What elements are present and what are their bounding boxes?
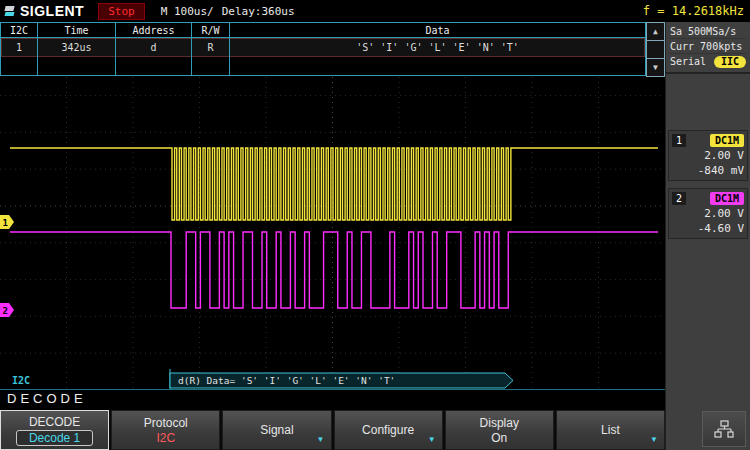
bus-decoded-text: d(R) Data= 'S' 'I' 'G' 'L' 'E' 'N' 'T'	[178, 375, 395, 386]
menu-value: Decode 1	[16, 430, 93, 446]
bus-name-label: I2C	[12, 375, 30, 386]
page-title: DECODE	[7, 391, 87, 406]
channel-1-position-marker-label: 1	[3, 218, 8, 228]
channel-1-number: 1	[672, 134, 686, 147]
brand-logo: SIGLENT	[20, 3, 84, 19]
memory-depth-readout: Curr 700kpts	[670, 39, 746, 54]
col-header-address: Address	[116, 23, 192, 37]
channel-2-offset: -4.60 V	[672, 221, 744, 236]
status-sidebar: Sa 500MSa/s Curr 700kpts Serial IIC 1 DC…	[665, 22, 750, 450]
cell-time: 342us	[38, 38, 116, 57]
col-header-time: Time	[38, 23, 116, 37]
cell-address: d	[116, 38, 192, 57]
menu-label: DECODE	[29, 414, 80, 430]
dropdown-arrow-icon: ▼	[317, 436, 325, 444]
table-row-empty	[1, 57, 645, 75]
menu-value: I2C	[156, 431, 175, 446]
ch1-scl-trace	[10, 148, 658, 220]
scroll-down-button[interactable]: ▼	[646, 58, 665, 77]
acquisition-status-badge[interactable]: Stop	[98, 3, 145, 20]
menu-label: Configure	[362, 422, 414, 438]
frequency-readout: f = 14.2618kHz	[643, 4, 744, 18]
delay-readout: Delay:360us	[222, 5, 295, 18]
serial-type-badge: IIC	[714, 56, 746, 68]
menu-button-list[interactable]: List ▼	[556, 410, 665, 450]
menu-label: Signal	[260, 422, 293, 438]
channel-1-coupling-badge: DC1M	[710, 134, 744, 147]
timebase-readout: M 100us/	[161, 5, 214, 18]
menu-label: List	[601, 422, 620, 438]
acquisition-info-panel: Sa 500MSa/s Curr 700kpts Serial IIC	[666, 22, 750, 74]
col-header-data: Data	[230, 23, 645, 37]
oscilloscope-screen: SIGLENT Stop M 100us/ Delay:360us f = 14…	[0, 0, 750, 450]
dropdown-arrow-icon: ▼	[428, 436, 436, 444]
table-scrollbar: ▲ ▼	[646, 22, 665, 76]
menu-label: Protocol	[144, 415, 188, 431]
scroll-up-icon: ▲	[653, 27, 658, 36]
channel-2-scale: 2.00 V	[672, 206, 744, 221]
table-row[interactable]: 1 342us d R 'S' 'I' 'G' 'L' 'E' 'N' 'T'	[1, 38, 645, 57]
menu-value: On	[491, 431, 507, 446]
softkey-menu: DECODE Decode 1 Protocol I2C Signal ▼ Co…	[0, 410, 665, 450]
channel-1-panel[interactable]: 1 DC1M 2.00 V -840 mV	[668, 130, 748, 181]
menu-button-decode[interactable]: DECODE Decode 1	[0, 410, 109, 450]
menu-button-configure[interactable]: Configure ▼	[334, 410, 443, 450]
cell-rw: R	[192, 38, 230, 57]
channel-2-coupling-badge: DC1M	[710, 192, 744, 205]
lan-network-icon	[714, 420, 734, 438]
col-header-protocol: I2C	[1, 23, 38, 37]
channel-2-number: 2	[672, 192, 686, 205]
sample-rate-readout: Sa 500MSa/s	[670, 24, 746, 39]
menu-button-protocol[interactable]: Protocol I2C	[111, 410, 220, 450]
col-header-rw: R/W	[192, 23, 230, 37]
lan-status-button[interactable]	[702, 411, 746, 447]
cell-data: 'S' 'I' 'G' 'L' 'E' 'N' 'T'	[230, 38, 645, 57]
channel-2-panel[interactable]: 2 DC1M 2.00 V -4.60 V	[668, 188, 748, 239]
menu-label: Display	[480, 415, 519, 431]
channel-2-position-marker-label: 2	[3, 306, 8, 316]
siglent-logo-icon	[5, 5, 16, 18]
serial-label: Serial	[670, 56, 706, 67]
scroll-track[interactable]	[646, 40, 665, 59]
decode-table-header: I2C Time Address R/W Data	[1, 23, 645, 38]
scroll-down-icon: ▼	[653, 63, 658, 72]
topbar: SIGLENT Stop M 100us/ Delay:360us f = 14…	[0, 0, 750, 22]
decode-list-table: I2C Time Address R/W Data 1 342us d R 'S…	[0, 22, 646, 76]
serial-status-row: Serial IIC	[670, 54, 746, 69]
channel-1-scale: 2.00 V	[672, 148, 744, 163]
channel-1-offset: -840 mV	[672, 163, 744, 178]
ch2-sda-trace	[10, 232, 658, 308]
menu-button-signal[interactable]: Signal ▼	[222, 410, 331, 450]
scroll-up-button[interactable]: ▲	[646, 22, 665, 41]
dropdown-arrow-icon: ▼	[650, 436, 658, 444]
waveform-display: 12 I2C d(R) Data= 'S' 'I' 'G' 'L' 'E' 'N…	[0, 22, 665, 390]
menu-button-display[interactable]: Display On	[445, 410, 554, 450]
cell-index: 1	[1, 38, 38, 57]
